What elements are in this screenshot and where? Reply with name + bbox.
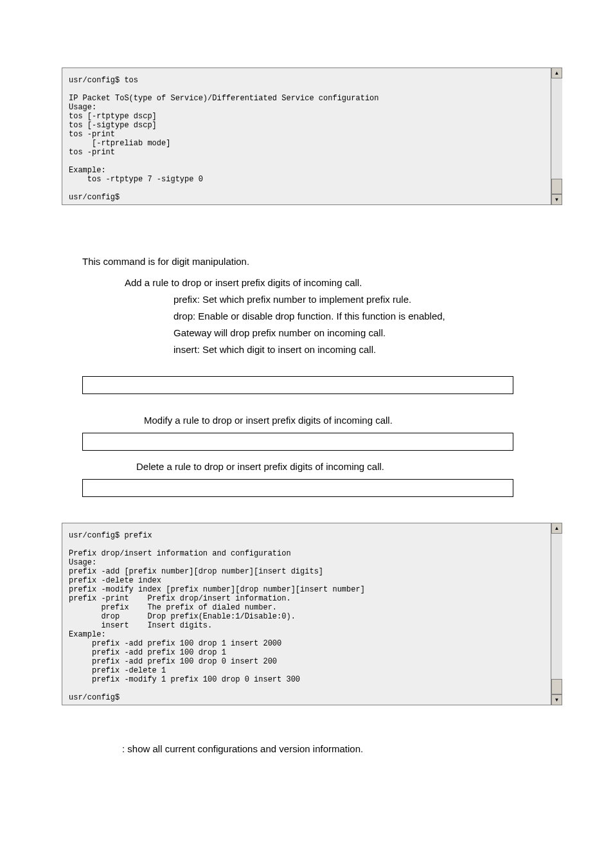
add-rule-text: Add a rule to drop or insert prefix digi…: [39, 275, 574, 291]
code-box-2-wrap: usr/config$ prefix Prefix drop/insert in…: [39, 523, 574, 705]
intro-text: This command is for digit manipulation.: [39, 255, 574, 268]
scroll-up-icon[interactable]: ▲: [551, 523, 562, 534]
scroll-down-icon[interactable]: ▼: [551, 694, 562, 705]
modify-rule-text: Modify a rule to drop or insert prefix d…: [39, 412, 574, 429]
delete-rule-text: Delete a rule to drop or insert prefix d…: [39, 458, 574, 475]
empty-box-3: [82, 479, 513, 497]
scroll-down-icon[interactable]: ▼: [551, 194, 562, 205]
drop-desc-text: drop: Enable or disable drop function. I…: [39, 308, 574, 325]
code-output-tos: usr/config$ tos IP Packet ToS(type of Se…: [62, 68, 551, 205]
empty-box-2: [82, 433, 513, 451]
insert-desc-text: insert: Set which digit to insert on inc…: [39, 341, 574, 358]
scrollbar-2[interactable]: ▲ ▼: [551, 523, 562, 705]
document-page: usr/config$ tos IP Packet ToS(type of Se…: [0, 0, 613, 868]
scroll-up-icon[interactable]: ▲: [551, 68, 562, 78]
scrollbar-1[interactable]: ▲ ▼: [551, 68, 562, 205]
scroll-thumb[interactable]: [551, 679, 562, 694]
show-text: : show all current configurations and ve…: [39, 743, 574, 755]
code-box-1-wrap: usr/config$ tos IP Packet ToS(type of Se…: [39, 68, 574, 205]
scroll-track[interactable]: [551, 534, 562, 679]
drop-desc2-text: Gateway will drop prefix number on incom…: [39, 325, 574, 341]
prefix-desc-text: prefix: Set which prefix number to imple…: [39, 291, 574, 308]
scroll-track[interactable]: [551, 78, 562, 179]
code-output-prefix: usr/config$ prefix Prefix drop/insert in…: [62, 523, 551, 705]
empty-box-1: [82, 376, 513, 394]
scroll-thumb[interactable]: [551, 179, 562, 194]
